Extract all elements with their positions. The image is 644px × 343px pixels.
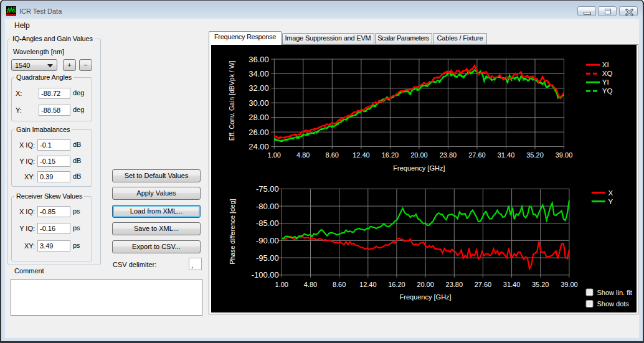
svg-text:20.00: 20.00 — [417, 281, 434, 288]
svg-text:34.00: 34.00 — [249, 69, 269, 78]
svg-text:35.20: 35.20 — [526, 151, 544, 159]
svg-text:Phase difference [deg]: Phase difference [deg] — [229, 199, 236, 264]
svg-text:Frequency [GHz]: Frequency [GHz] — [400, 293, 452, 301]
svg-text:23.80: 23.80 — [440, 151, 457, 159]
svg-text:YI: YI — [602, 78, 609, 86]
svg-text:Y: Y — [608, 198, 613, 205]
svg-text:Show lin. fit: Show lin. fit — [597, 289, 632, 296]
svg-text:30.00: 30.00 — [249, 98, 269, 108]
svg-text:31.40: 31.40 — [503, 281, 521, 288]
svg-text:39.00: 39.00 — [561, 281, 578, 288]
svg-text:-85.00: -85.00 — [256, 218, 279, 228]
svg-text:YQ: YQ — [602, 87, 613, 95]
svg-text:28.00: 28.00 — [249, 113, 269, 122]
svg-text:Eff. Conv. Gain [dBVpk / W]: Eff. Conv. Gain [dBVpk / W] — [229, 60, 236, 141]
svg-text:16.20: 16.20 — [388, 281, 405, 288]
svg-text:4.80: 4.80 — [304, 281, 317, 288]
svg-text:8.60: 8.60 — [326, 151, 339, 159]
svg-text:16.20: 16.20 — [382, 151, 399, 159]
svg-text:4.80: 4.80 — [296, 151, 310, 159]
svg-text:1.00: 1.00 — [275, 281, 288, 288]
svg-text:-75.00: -75.00 — [256, 184, 279, 194]
svg-text:20.00: 20.00 — [410, 151, 428, 159]
svg-text:32.00: 32.00 — [249, 83, 269, 93]
svg-text:X: X — [608, 189, 613, 197]
svg-text:12.40: 12.40 — [353, 151, 370, 159]
svg-text:-100.00: -100.00 — [252, 270, 279, 280]
svg-text:26.00: 26.00 — [249, 128, 269, 137]
svg-text:31.40: 31.40 — [498, 151, 515, 159]
svg-text:39.00: 39.00 — [556, 151, 573, 159]
svg-text:-80.00: -80.00 — [256, 202, 279, 211]
svg-text:23.80: 23.80 — [446, 281, 463, 288]
svg-text:1.00: 1.00 — [268, 151, 281, 159]
svg-text:Show dots: Show dots — [597, 300, 630, 308]
svg-text:-90.00: -90.00 — [256, 236, 279, 245]
svg-text:XQ: XQ — [602, 70, 613, 77]
svg-text:27.60: 27.60 — [475, 281, 492, 288]
svg-text:-95.00: -95.00 — [256, 253, 279, 263]
svg-text:27.60: 27.60 — [468, 151, 486, 159]
svg-text:35.20: 35.20 — [532, 281, 549, 288]
svg-text:12.40: 12.40 — [359, 281, 377, 288]
svg-text:XI: XI — [602, 61, 609, 68]
svg-text:8.60: 8.60 — [333, 281, 346, 288]
svg-text:Frequency [GHz]: Frequency [GHz] — [393, 164, 445, 172]
svg-text:24.00: 24.00 — [249, 142, 269, 151]
svg-text:36.00: 36.00 — [249, 55, 269, 64]
